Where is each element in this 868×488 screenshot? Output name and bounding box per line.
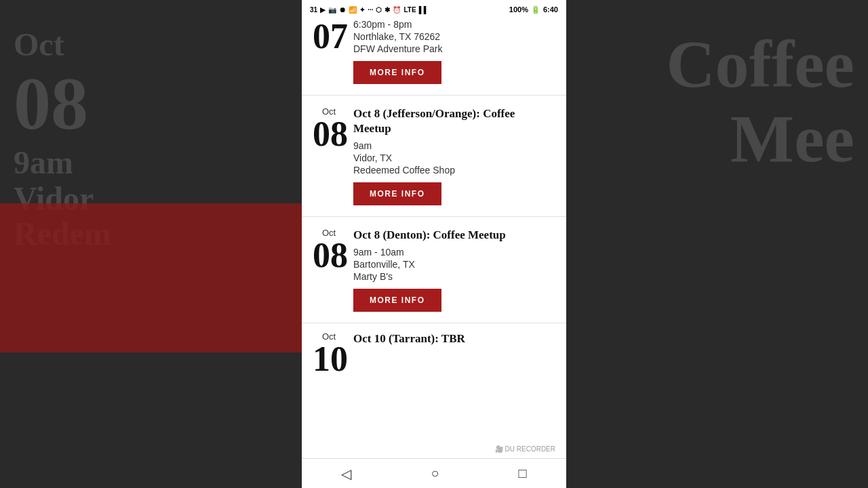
bg-left-time: 9am [14, 145, 292, 181]
event-item-partial-top: 07 6:30pm - 8pm Northlake, TX 76262 DFW … [302, 19, 566, 96]
wifi-icon: ✦ [359, 6, 365, 14]
event-2-day: 08 [313, 238, 345, 273]
bg-right-text1: Coffee [576, 27, 854, 102]
event-1-title: Oct 8 (Jefferson/Orange): Coffee Meetup [353, 106, 555, 136]
screen-wrapper: Oct 08 9am Vidor Redem Coffee Mee 31 ▶ 📷… [0, 0, 868, 488]
partial-date-row: 07 6:30pm - 8pm Northlake, TX 76262 DFW … [313, 19, 555, 84]
event-1-venue: Redeemed Coffee Shop [353, 165, 555, 176]
home-button[interactable]: ○ [417, 460, 452, 487]
partial-day-number: 07 [313, 19, 348, 56]
partial-bottom-day: 10 [313, 342, 345, 377]
status-right: 100% 🔋 6:40 [509, 5, 558, 14]
event-2-venue: Marty B's [353, 271, 555, 282]
more-info-button-1[interactable]: MORE INFO [353, 182, 441, 205]
bg-left-day: 08 [14, 63, 292, 145]
content-area[interactable]: 07 6:30pm - 8pm Northlake, TX 76262 DFW … [302, 19, 566, 458]
event-2-date: Oct 08 [313, 228, 353, 312]
status-bar: 31 ▶ 📷 ⏺ 📶 ✦ ··· ⬡ ✱ ⏰ LTE ▌▌ 100% 🔋 6:4… [302, 0, 566, 19]
time-display: 6:40 [543, 5, 558, 14]
record-icon: ⏺ [339, 6, 346, 14]
partial-event-time: 6:30pm - 8pm [353, 19, 555, 30]
back-button[interactable]: ◁ [328, 460, 365, 487]
event-item-partial-bottom: Oct 10 Oct 10 (Tarrant): TBR [302, 323, 566, 380]
event-1-day: 08 [313, 117, 345, 152]
event-2-details: Oct 8 (Denton): Coffee Meetup 9am - 10am… [353, 228, 555, 312]
partial-date-col: 07 [313, 19, 353, 54]
alarm-icon: ⏰ [393, 6, 401, 14]
bg-right-text2: Mee [576, 102, 854, 176]
youtube-icon: ▶ [320, 6, 326, 14]
watermark: 🎥 DU RECORDER [491, 444, 559, 454]
event-1-time: 9am [353, 140, 555, 151]
signal-icon: 📶 [349, 6, 357, 14]
more-info-button-2[interactable]: MORE INFO [353, 289, 441, 312]
battery-icon: 🔋 [531, 5, 540, 14]
icon-31: 31 [310, 6, 317, 14]
more-info-button-0[interactable]: MORE INFO [353, 61, 441, 84]
event-2-title: Oct 8 (Denton): Coffee Meetup [353, 228, 555, 243]
bg-red-block [0, 203, 305, 352]
bluetooth-icon: ✱ [384, 6, 390, 14]
partial-bottom-date: Oct 10 [313, 331, 353, 377]
camera-icon: 📷 [328, 6, 336, 14]
event-1-date: Oct 08 [313, 106, 353, 205]
event-1-location: Vidor, TX [353, 152, 555, 163]
watermark-text: DU RECORDER [505, 445, 555, 453]
bg-right-panel: Coffee Mee [563, 0, 868, 488]
dots-icon: ··· [368, 6, 373, 14]
event-2-time: 9am - 10am [353, 247, 555, 258]
bg-left-month: Oct [14, 27, 292, 63]
partial-bottom-row: Oct 10 Oct 10 (Tarrant): TBR [313, 331, 555, 377]
bottom-nav: ◁ ○ □ [302, 458, 566, 488]
phone-screen: 31 ▶ 📷 ⏺ 📶 ✦ ··· ⬡ ✱ ⏰ LTE ▌▌ 100% 🔋 6:4… [302, 0, 566, 488]
battery-percent: 100% [509, 5, 528, 14]
partial-bottom-title: Oct 10 (Tarrant): TBR [353, 331, 555, 346]
partial-event-location: Northlake, TX 76262 [353, 31, 555, 42]
lte-label: LTE [403, 6, 416, 14]
signal-bars: ▌▌ [419, 6, 429, 14]
cast-icon: ⬡ [376, 6, 382, 14]
partial-event-details: 6:30pm - 8pm Northlake, TX 76262 DFW Adv… [353, 19, 555, 84]
partial-event-venue: DFW Adventure Park [353, 43, 555, 54]
recent-button[interactable]: □ [505, 460, 540, 487]
watermark-icon: 🎥 [495, 445, 505, 453]
partial-bottom-details: Oct 10 (Tarrant): TBR [353, 331, 555, 350]
event-item-2: Oct 08 Oct 8 (Denton): Coffee Meetup 9am… [302, 217, 566, 323]
event-2-location: Bartonville, TX [353, 259, 555, 270]
status-left: 31 ▶ 📷 ⏺ 📶 ✦ ··· ⬡ ✱ ⏰ LTE ▌▌ [310, 6, 429, 14]
event-item-1: Oct 08 Oct 8 (Jefferson/Orange): Coffee … [302, 96, 566, 217]
bg-left-panel: Oct 08 9am Vidor Redem [0, 0, 305, 488]
event-1-details: Oct 8 (Jefferson/Orange): Coffee Meetup … [353, 106, 555, 205]
